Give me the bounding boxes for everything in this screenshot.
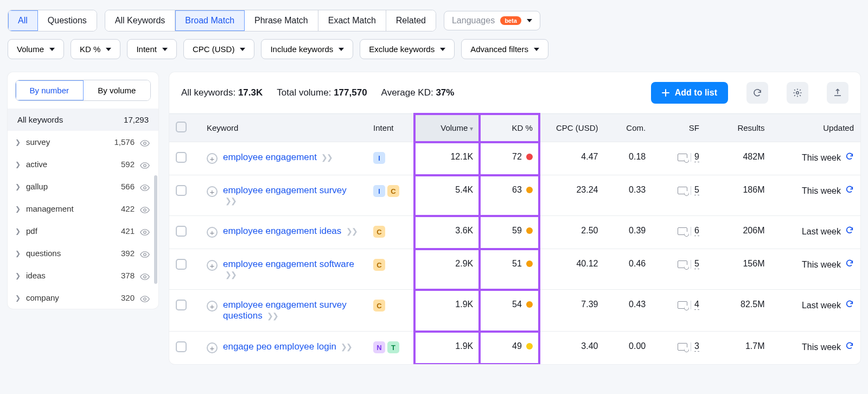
total-volume-stat: Total volume: 177,570 [277, 87, 367, 98]
add-keyword-icon[interactable]: + [207, 227, 218, 238]
refresh-button[interactable] [746, 82, 768, 104]
keyword-table-panel: All keywords: 17.3K Total volume: 177,57… [169, 72, 860, 364]
tab-all[interactable]: All [8, 10, 38, 31]
refresh-icon[interactable] [845, 226, 854, 237]
add-keyword-icon[interactable]: + [207, 301, 218, 312]
settings-button[interactable] [787, 82, 808, 104]
eye-icon[interactable] [140, 161, 150, 168]
refresh-icon[interactable] [845, 300, 854, 311]
tab-all-keywords[interactable]: All Keywords [105, 10, 175, 31]
row-checkbox[interactable] [176, 185, 187, 196]
serp-features-cell[interactable]: 4 [678, 300, 699, 310]
eye-icon[interactable] [140, 295, 150, 301]
tab-related[interactable]: Related [386, 10, 436, 31]
tab-questions[interactable]: Questions [38, 10, 97, 31]
results-cell: 206M [706, 216, 771, 249]
sidebar-item[interactable]: ❯ pdf 421 [8, 220, 158, 242]
sidebar-item[interactable]: ❯ active 592 [8, 153, 158, 175]
eye-icon[interactable] [140, 272, 150, 279]
sidebar-item[interactable]: ❯ ideas 378 [8, 264, 158, 287]
keyword-link[interactable]: engage peo employee login [223, 341, 336, 352]
header-kd[interactable]: KD % [480, 114, 539, 142]
row-checkbox[interactable] [176, 259, 187, 270]
serp-features-cell[interactable]: 9 [678, 152, 699, 162]
kd-cell: 49 [512, 341, 533, 351]
tab-phrase-match[interactable]: Phrase Match [245, 10, 318, 31]
volume-cell: 3.6K [414, 216, 480, 249]
row-checkbox[interactable] [176, 341, 187, 352]
serp-features-cell[interactable]: 5 [678, 259, 699, 269]
exclude-keywords-filter[interactable]: Exclude keywords [360, 39, 455, 59]
refresh-icon[interactable] [845, 341, 854, 353]
keyword-link[interactable]: employee engagement survey [223, 185, 347, 195]
refresh-icon[interactable] [845, 259, 854, 270]
sidebar-item[interactable]: ❯ survey 1,576 [8, 131, 158, 153]
intent-badge-C: C [373, 226, 385, 238]
row-checkbox[interactable] [176, 300, 187, 310]
intent-cell: NT [373, 341, 399, 353]
add-keyword-icon[interactable]: + [207, 342, 218, 353]
keyword-link[interactable]: employee engagement [223, 152, 317, 162]
tab-by-number[interactable]: By number [16, 80, 84, 100]
advanced-filters[interactable]: Advanced filters [461, 39, 548, 59]
eye-icon[interactable] [140, 139, 150, 145]
scrollbar[interactable] [154, 175, 157, 284]
refresh-icon[interactable] [845, 185, 854, 196]
sidebar-item-label: company [26, 293, 116, 302]
eye-icon[interactable] [140, 183, 150, 190]
kd-dot-icon [526, 301, 533, 308]
header-results[interactable]: Results [706, 114, 771, 142]
row-checkbox[interactable] [176, 152, 187, 163]
sidebar-item[interactable]: ❯ gallup 566 [8, 175, 158, 198]
intent-badge-I: I [373, 185, 385, 197]
row-checkbox[interactable] [176, 226, 187, 237]
svg-point-3 [144, 208, 146, 211]
table-row: + employee engagement ideas ❯❯ C 3.6K 59… [169, 216, 860, 249]
keyword-link[interactable]: employee engagement survey questions [223, 300, 347, 321]
add-keyword-icon[interactable]: + [207, 186, 218, 197]
header-sf[interactable]: SF [652, 114, 706, 142]
sidebar-item[interactable]: ❯ management 422 [8, 198, 158, 220]
header-cpc[interactable]: CPC (USD) [539, 114, 605, 142]
double-chevron-icon: ❯❯ [346, 227, 357, 236]
kd-filter[interactable]: KD % [71, 39, 120, 59]
updated-cell: This week [802, 259, 854, 270]
serp-features-cell[interactable]: 5 [678, 185, 699, 195]
tab-by-volume[interactable]: By volume [84, 80, 151, 100]
add-keyword-icon[interactable]: + [207, 153, 218, 164]
add-keyword-icon[interactable]: + [207, 260, 218, 271]
results-cell: 156M [706, 249, 771, 290]
add-to-list-button[interactable]: Add to list [651, 82, 728, 104]
sidebar-item[interactable]: ❯ company 320 [8, 287, 158, 309]
serp-features-cell[interactable]: 3 [678, 341, 699, 352]
volume-filter[interactable]: Volume [8, 39, 64, 59]
refresh-icon[interactable] [845, 152, 854, 163]
keyword-link[interactable]: employee engagement software [223, 259, 354, 269]
header-intent[interactable]: Intent [367, 114, 414, 142]
header-keyword[interactable]: Keyword [200, 114, 367, 142]
tab-broad-match[interactable]: Broad Match [175, 10, 245, 31]
header-com[interactable]: Com. [605, 114, 653, 142]
languages-dropdown[interactable]: Languages beta [444, 11, 540, 30]
select-all-checkbox[interactable] [176, 122, 187, 132]
eye-icon[interactable] [140, 206, 150, 212]
sidebar-total-row[interactable]: All keywords 17,293 [8, 109, 158, 131]
com-cell: 0.43 [605, 290, 653, 332]
chevron-down-icon [339, 48, 344, 51]
include-keywords-filter[interactable]: Include keywords [261, 39, 353, 59]
intent-cell: I [373, 152, 385, 164]
keyword-link[interactable]: employee engagement ideas [223, 226, 341, 236]
header-volume[interactable]: Volume▾ [414, 114, 480, 142]
sidebar-item[interactable]: ❯ questions 392 [8, 242, 158, 264]
header-updated[interactable]: Updated [771, 114, 860, 142]
serp-features-cell[interactable]: 6 [678, 226, 699, 236]
eye-icon[interactable] [140, 250, 150, 257]
intent-filter[interactable]: Intent [127, 39, 177, 59]
kd-cell: 63 [512, 185, 533, 195]
export-button[interactable] [827, 82, 848, 104]
tab-exact-match[interactable]: Exact Match [318, 10, 386, 31]
sidebar-item-label: active [26, 160, 116, 169]
cpc-filter[interactable]: CPC (USD) [183, 39, 255, 59]
chevron-down-icon [534, 48, 539, 51]
eye-icon[interactable] [140, 228, 150, 234]
